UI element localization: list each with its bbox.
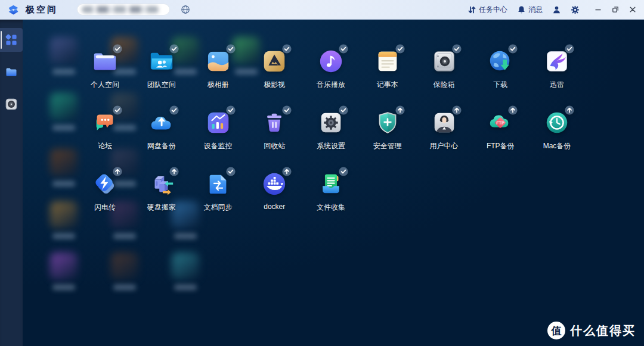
installed-check-badge-icon — [339, 105, 348, 115]
blurred-app-tile — [50, 93, 78, 120]
app-label: 闪电传 — [94, 202, 116, 213]
app-system-settings[interactable]: 系统设置 — [304, 109, 358, 151]
sidebar — [0, 20, 23, 346]
app-security[interactable]: 安全管理 — [360, 109, 415, 151]
installed-check-badge-icon — [226, 167, 236, 176]
app-label: 下载 — [493, 80, 507, 90]
blurred-app-tile — [50, 201, 78, 229]
app-safe-box[interactable]: 保险箱 — [417, 48, 472, 90]
sidebar-item-backup[interactable] — [0, 92, 23, 116]
smzdm-logo: 值 — [547, 322, 565, 339]
zspace-logo-icon — [7, 4, 20, 16]
update-badge-icon — [169, 167, 179, 176]
app-user-center[interactable]: 用户中心 — [417, 109, 472, 151]
app-download[interactable]: 下载 — [473, 48, 528, 90]
topbar-task-center-button[interactable]: 任务中心 — [467, 5, 507, 15]
installed-check-badge-icon — [339, 44, 348, 54]
app-grid-icon — [5, 33, 18, 46]
app-label: 用户中心 — [430, 141, 459, 151]
installed-check-badge-icon — [395, 44, 405, 54]
app-label: 安全管理 — [373, 141, 402, 151]
app-label: 回收站 — [264, 141, 285, 151]
folder-icon — [5, 66, 18, 79]
installed-check-badge-icon — [169, 44, 179, 54]
app-mac-backup[interactable]: Mac备份 — [530, 109, 584, 151]
blurred-app-label — [52, 69, 75, 74]
blurred-app-label — [52, 285, 75, 290]
app-device-monitor[interactable]: 设备监控 — [191, 109, 246, 151]
app-label: 设备监控 — [204, 141, 233, 151]
app-recycle-bin[interactable]: 回收站 — [247, 109, 302, 151]
app-lightning-send[interactable]: 闪电传 — [78, 170, 132, 213]
app-file-collect[interactable]: 文件收集 — [304, 170, 358, 213]
installed-check-badge-icon — [113, 44, 122, 54]
blurred-app-tile — [50, 149, 78, 176]
app-label: 团队空间 — [147, 80, 176, 90]
installed-check-badge-icon — [226, 105, 236, 115]
app-doc-sync[interactable]: 文档同步 — [191, 170, 246, 213]
app-label: 文档同步 — [204, 202, 233, 213]
blurred-app-tile — [50, 253, 78, 280]
desktop: 个人空间 团队空间 极相册 极影视 音乐播放 记事本 — [23, 20, 644, 346]
sidebar-item-files[interactable] — [0, 60, 23, 84]
app-cloud-backup[interactable]: 网盘备份 — [134, 109, 189, 151]
topbar-messages-button[interactable]: 消息 — [517, 5, 543, 15]
close-button[interactable] — [628, 5, 637, 14]
update-badge-icon — [565, 105, 574, 115]
app-label: 音乐播放 — [317, 80, 345, 90]
user-icon — [552, 5, 561, 14]
app-title: 极空间 — [26, 4, 58, 15]
app-xunlei[interactable]: 迅雷 — [530, 48, 584, 90]
update-badge-icon — [113, 167, 122, 176]
app-docker[interactable]: docker — [247, 170, 302, 211]
app-team-space[interactable]: 团队空间 — [134, 48, 189, 90]
watermark: 值 什么值得买 — [547, 322, 636, 339]
watermark-text: 什么值得买 — [570, 323, 636, 339]
blurred-app-label — [113, 285, 136, 290]
sidebar-item-apps[interactable] — [0, 28, 23, 52]
disc-icon — [5, 98, 18, 111]
svg-text:FTP: FTP — [496, 121, 504, 126]
installed-check-badge-icon — [169, 105, 179, 115]
globe-icon[interactable] — [181, 5, 190, 14]
update-badge-icon — [452, 105, 462, 115]
blurred-app-tile — [172, 253, 199, 280]
app-music-player[interactable]: 音乐播放 — [304, 48, 358, 90]
restore-button[interactable] — [611, 5, 620, 14]
blurred-app-label — [113, 233, 136, 239]
update-badge-icon — [395, 105, 405, 115]
app-ftp-backup[interactable]: FTP FTP备份 — [473, 109, 528, 151]
topbar-task-center-label: 任务中心 — [479, 5, 507, 15]
blurred-text — [82, 6, 159, 13]
app-notepad[interactable]: 记事本 — [360, 48, 415, 90]
app-label: 文件收集 — [317, 202, 345, 213]
app-disk-migrate[interactable]: 硬盘搬家 — [134, 170, 189, 213]
app-label: 迅雷 — [550, 80, 564, 90]
app-personal-space[interactable]: 个人空间 — [78, 48, 132, 90]
topbar-user-button[interactable] — [552, 5, 561, 14]
app-photo-album[interactable]: 极相册 — [191, 48, 246, 90]
bell-icon — [517, 5, 526, 14]
app-label: 个人空间 — [91, 80, 119, 90]
blurred-app-label — [174, 233, 197, 239]
app-label: Mac备份 — [543, 141, 571, 151]
app-label: 系统设置 — [317, 141, 345, 151]
update-badge-icon — [282, 167, 292, 176]
app-movies[interactable]: 极影视 — [247, 48, 302, 90]
minimize-button[interactable] — [594, 5, 602, 14]
topbar-settings-button[interactable] — [571, 5, 580, 14]
app-label: 记事本 — [377, 80, 398, 90]
installed-check-badge-icon — [113, 105, 122, 115]
update-badge-icon — [508, 105, 518, 115]
app-label: 极影视 — [264, 80, 285, 90]
app-forum[interactable]: 论坛 — [78, 109, 132, 151]
sort-arrows-icon — [467, 5, 476, 14]
account-name-masked[interactable] — [77, 4, 170, 15]
app-label: 网盘备份 — [147, 141, 176, 151]
blurred-app-label — [52, 125, 75, 130]
installed-check-badge-icon — [565, 44, 574, 54]
app-label: 论坛 — [98, 141, 112, 151]
topbar-messages-label: 消息 — [528, 5, 543, 15]
blurred-app-tile — [111, 253, 138, 280]
blurred-app-label — [174, 285, 197, 290]
